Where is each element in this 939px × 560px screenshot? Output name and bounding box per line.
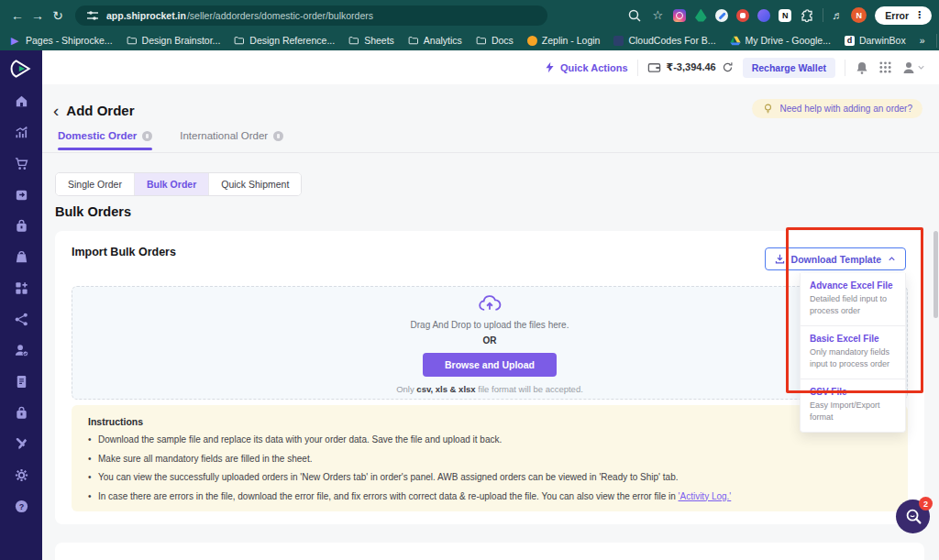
site-settings-icon[interactable]	[85, 8, 100, 23]
bookmarks-overflow-button[interactable]: »	[920, 35, 925, 46]
dropdown-item-desc: Easy Import/Export format	[810, 400, 896, 423]
bookmark-cloudcodes[interactable]: CloudCodes For B...	[613, 35, 715, 46]
chat-notification-badge: 2	[919, 497, 933, 511]
browser-error-button[interactable]: Error⋮	[875, 6, 932, 25]
folder-icon	[408, 35, 419, 46]
browser-menu-icon[interactable]: ⋮	[914, 9, 924, 21]
page-title: Add Order	[66, 103, 134, 118]
sidebar-returns-icon[interactable]	[14, 187, 29, 203]
extension-eyedropper-icon[interactable]	[715, 9, 728, 22]
instruction-item: In case there are errors in the file, do…	[88, 490, 891, 503]
browser-reload-icon[interactable]: ↻	[48, 8, 68, 23]
instruction-item: Download the sample file and replace its…	[88, 434, 891, 446]
sidebar-buyer-experience-icon[interactable]	[14, 343, 29, 358]
account-menu[interactable]	[901, 60, 926, 75]
wallet-balance: ₹-3,394.46	[667, 61, 716, 73]
download-template-button[interactable]: Download Template	[765, 247, 906, 270]
search-icon[interactable]	[627, 8, 642, 23]
browse-and-upload-button[interactable]: Browse and Upload	[423, 353, 557, 377]
bookmark-label: CloudCodes For B...	[628, 35, 715, 46]
need-help-label: Need help with adding an order?	[779, 104, 912, 114]
sidebar-tools-icon[interactable]	[14, 436, 29, 452]
tab-international-order[interactable]: International Order	[180, 130, 283, 150]
bookmark-label: Zeplin - Login	[542, 35, 601, 46]
folder-icon	[127, 35, 138, 46]
dropdown-item-basic-excel[interactable]: Basic Excel File Only mandatory fields i…	[801, 326, 905, 379]
sidebar-help-icon[interactable]	[14, 499, 29, 514]
screen: ← → ↻ app.shiprocket.in/seller/addorders…	[0, 0, 939, 560]
user-icon	[901, 60, 916, 75]
sidebar-analytics-icon[interactable]	[14, 125, 29, 140]
next-section-card	[55, 543, 924, 560]
sidebar-billing-icon[interactable]	[14, 374, 29, 390]
extension-red-icon[interactable]	[736, 9, 749, 22]
extensions-puzzle-icon[interactable]	[800, 8, 814, 23]
media-controls-icon[interactable]: ♬	[832, 9, 843, 22]
browser-forward-icon[interactable]: →	[28, 8, 48, 23]
bookmark-label: Analytics	[424, 35, 462, 46]
sidebar-orders-cart-icon[interactable]	[14, 156, 29, 171]
instructions-list: Download the sample file and replace its…	[88, 434, 891, 502]
file-dropzone[interactable]: Drag And Drop to upload the files here. …	[72, 286, 908, 400]
sidebar-channels-icon[interactable]	[14, 312, 29, 327]
lightning-icon	[544, 61, 556, 73]
toolbar-divider	[823, 8, 823, 22]
sidebar-weight-icon[interactable]	[14, 249, 29, 265]
lightbulb-icon	[762, 103, 774, 115]
dropdown-item-advance-excel[interactable]: Advance Excel File Detailed field input …	[801, 273, 905, 326]
quick-actions-button[interactable]: Quick Actions	[544, 61, 628, 73]
scrollbar-thumb[interactable]	[933, 231, 938, 318]
segment-bulk-order[interactable]: Bulk Order	[135, 173, 209, 195]
dropdown-item-title: Basic Excel File	[810, 334, 896, 344]
notifications-bell-icon[interactable]	[855, 60, 869, 75]
back-chevron-icon[interactable]: ‹	[53, 104, 59, 118]
wallet-balance-group: ₹-3,394.46	[647, 60, 734, 74]
activity-log-link[interactable]: 'Activity Log.'	[679, 491, 732, 501]
segment-single-order[interactable]: Single Order	[56, 173, 135, 195]
sidebar-home-icon[interactable]	[14, 93, 29, 109]
shiprocket-logo-icon[interactable]	[9, 57, 33, 81]
segment-quick-shipment[interactable]: Quick Shipment	[209, 173, 301, 195]
address-bar[interactable]: app.shiprocket.in/seller/addorders/domes…	[75, 5, 547, 26]
wallet-icon	[647, 60, 661, 74]
bookmark-darwinbox[interactable]: dDarwinBox	[845, 35, 906, 46]
accepted-formats-text: Only csv, xls & xlsx file format will be…	[396, 384, 583, 394]
sidebar-apps-icon[interactable]	[14, 280, 29, 296]
bookmark-star-icon[interactable]: ☆	[650, 8, 665, 23]
bookmark-label: Design Brainstor...	[142, 35, 221, 46]
tab-domestic-order[interactable]: Domestic Order	[58, 130, 152, 150]
bookmark-analytics[interactable]: Analytics	[408, 35, 462, 46]
extension-instagram-icon[interactable]	[673, 9, 686, 22]
instruction-item: Make sure all mandatory fields are fille…	[88, 453, 891, 466]
accept-suffix: file format will be accepted.	[476, 384, 583, 394]
url-path: /seller/addorders/domestic-order/bulkord…	[187, 10, 373, 21]
bookmark-pages[interactable]: ▶Pages - Shiprocke...	[11, 35, 113, 46]
bookmark-zeplin[interactable]: Zeplin - Login	[527, 35, 601, 46]
browser-profile-avatar[interactable]: N	[851, 7, 867, 23]
folder-icon	[234, 35, 245, 46]
sidebar-products-bag-icon[interactable]	[14, 405, 29, 421]
order-mode-segments: Single Order Bulk Order Quick Shipment	[55, 172, 302, 196]
bookmarks-bar: ▶Pages - Shiprocke... Design Brainstor..…	[0, 30, 939, 50]
bookmark-sheets[interactable]: Sheets	[348, 35, 394, 46]
bookmark-design-brainstorm[interactable]: Design Brainstor...	[127, 35, 221, 46]
support-chat-button[interactable]: 2	[896, 500, 930, 533]
browser-back-icon[interactable]: ←	[7, 8, 28, 23]
instructions-title: Instructions	[88, 416, 891, 427]
extension-green-icon[interactable]	[694, 9, 707, 22]
dropdown-item-desc: Only mandatory fields input to process o…	[810, 346, 896, 370]
dropdown-item-csv[interactable]: CSV File Easy Import/Export format	[801, 379, 905, 432]
refresh-icon[interactable]	[722, 61, 734, 73]
recharge-wallet-button[interactable]: Recharge Wallet	[743, 58, 835, 78]
instruction-text: Download the sample file and replace its…	[98, 434, 502, 445]
zeplin-favicon	[527, 36, 537, 46]
bookmark-docs[interactable]: Docs	[476, 35, 514, 46]
apps-grid-icon[interactable]	[878, 60, 892, 74]
sidebar-settings-gear-icon[interactable]	[14, 467, 29, 483]
bookmark-my-drive[interactable]: My Drive - Google...	[730, 35, 831, 46]
sidebar-shipments-bag-icon[interactable]	[14, 218, 29, 234]
extension-purple-icon[interactable]	[757, 9, 770, 22]
extension-notion-icon[interactable]: N	[779, 9, 791, 22]
need-help-pill[interactable]: Need help with adding an order?	[752, 99, 922, 118]
bookmark-design-reference[interactable]: Design Reference...	[234, 35, 335, 46]
